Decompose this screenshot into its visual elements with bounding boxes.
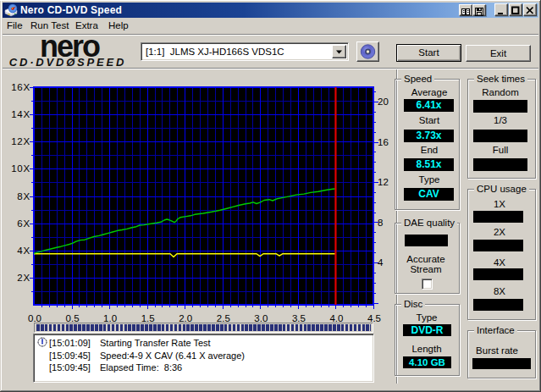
svg-text:6X: 6X (17, 218, 30, 229)
svg-text:14X: 14X (11, 109, 30, 119)
svg-text:12X: 12X (11, 136, 30, 146)
svg-text:16X: 16X (11, 82, 30, 92)
svg-text:20: 20 (378, 97, 389, 107)
svg-text:2X: 2X (17, 273, 30, 283)
svg-text:8: 8 (378, 218, 383, 228)
svg-text:4X: 4X (17, 246, 30, 256)
svg-text:10X: 10X (11, 163, 30, 174)
svg-text:8X: 8X (17, 191, 30, 202)
